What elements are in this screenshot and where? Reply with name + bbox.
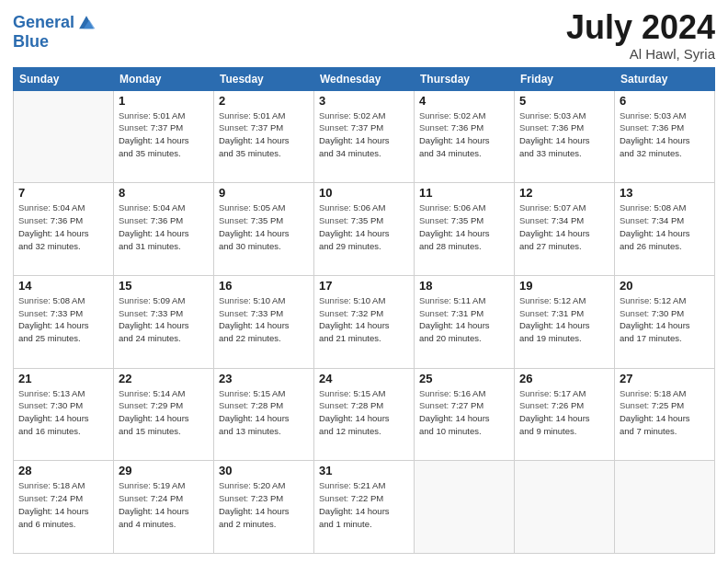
calendar-cell: 24Sunrise: 5:15 AMSunset: 7:28 PMDayligh… xyxy=(314,368,415,461)
day-number: 22 xyxy=(119,372,209,385)
calendar-cell: 3Sunrise: 5:02 AMSunset: 7:37 PMDaylight… xyxy=(314,90,415,183)
day-number: 18 xyxy=(419,279,509,293)
logo-text: General xyxy=(13,14,74,32)
day-number: 24 xyxy=(319,372,409,385)
day-number: 25 xyxy=(419,372,509,385)
location: Al Hawl, Syria xyxy=(566,46,715,62)
day-info: Sunrise: 5:03 AMSunset: 7:36 PMDaylight:… xyxy=(519,109,609,160)
calendar-cell: 26Sunrise: 5:17 AMSunset: 7:26 PMDayligh… xyxy=(515,368,615,461)
day-info: Sunrise: 5:08 AMSunset: 7:34 PMDaylight:… xyxy=(620,201,710,252)
day-number: 7 xyxy=(18,186,108,200)
day-number: 20 xyxy=(620,279,710,293)
logo: General Blue xyxy=(13,13,97,52)
day-number: 31 xyxy=(319,464,409,477)
calendar-cell: 11Sunrise: 5:06 AMSunset: 7:35 PMDayligh… xyxy=(415,183,515,276)
col-header-wednesday: Wednesday xyxy=(314,67,415,90)
calendar-cell: 4Sunrise: 5:02 AMSunset: 7:36 PMDaylight… xyxy=(415,90,515,183)
day-info: Sunrise: 5:03 AMSunset: 7:36 PMDaylight:… xyxy=(620,109,710,160)
calendar-page: General Blue July 2024 Al Hawl, Syria Su… xyxy=(0,0,728,563)
calendar-cell: 23Sunrise: 5:15 AMSunset: 7:28 PMDayligh… xyxy=(214,368,314,461)
calendar-cell xyxy=(515,461,615,554)
day-info: Sunrise: 5:20 AMSunset: 7:23 PMDaylight:… xyxy=(219,479,309,530)
header: General Blue July 2024 Al Hawl, Syria xyxy=(13,9,715,62)
day-number: 3 xyxy=(319,94,409,108)
calendar-cell: 9Sunrise: 5:05 AMSunset: 7:35 PMDaylight… xyxy=(214,183,314,276)
day-info: Sunrise: 5:17 AMSunset: 7:26 PMDaylight:… xyxy=(519,387,609,438)
calendar-cell: 28Sunrise: 5:18 AMSunset: 7:24 PMDayligh… xyxy=(14,461,114,554)
calendar-week-4: 21Sunrise: 5:13 AMSunset: 7:30 PMDayligh… xyxy=(14,368,715,461)
logo-blue: Blue xyxy=(13,33,97,52)
day-number: 26 xyxy=(519,372,609,385)
calendar-cell: 31Sunrise: 5:21 AMSunset: 7:22 PMDayligh… xyxy=(314,461,415,554)
calendar-cell: 2Sunrise: 5:01 AMSunset: 7:37 PMDaylight… xyxy=(214,90,314,183)
day-number: 30 xyxy=(219,464,309,477)
day-info: Sunrise: 5:04 AMSunset: 7:36 PMDaylight:… xyxy=(119,201,209,252)
calendar-cell: 12Sunrise: 5:07 AMSunset: 7:34 PMDayligh… xyxy=(515,183,615,276)
col-header-friday: Friday xyxy=(515,67,615,90)
calendar-cell xyxy=(415,461,515,554)
calendar-cell: 18Sunrise: 5:11 AMSunset: 7:31 PMDayligh… xyxy=(415,275,515,368)
col-header-thursday: Thursday xyxy=(415,67,515,90)
day-info: Sunrise: 5:21 AMSunset: 7:22 PMDaylight:… xyxy=(319,479,409,530)
day-number: 17 xyxy=(319,279,409,293)
calendar-week-3: 14Sunrise: 5:08 AMSunset: 7:33 PMDayligh… xyxy=(14,275,715,368)
calendar-cell: 1Sunrise: 5:01 AMSunset: 7:37 PMDaylight… xyxy=(114,90,214,183)
day-number: 6 xyxy=(620,94,710,108)
day-number: 27 xyxy=(620,372,710,385)
day-number: 19 xyxy=(519,279,609,293)
day-info: Sunrise: 5:08 AMSunset: 7:33 PMDaylight:… xyxy=(18,294,108,345)
day-info: Sunrise: 5:13 AMSunset: 7:30 PMDaylight:… xyxy=(18,387,108,438)
calendar-cell: 8Sunrise: 5:04 AMSunset: 7:36 PMDaylight… xyxy=(114,183,214,276)
day-number: 12 xyxy=(519,186,609,200)
day-info: Sunrise: 5:18 AMSunset: 7:25 PMDaylight:… xyxy=(620,387,710,438)
calendar-cell: 20Sunrise: 5:12 AMSunset: 7:30 PMDayligh… xyxy=(615,275,715,368)
day-number: 1 xyxy=(119,94,209,108)
month-year: July 2024 xyxy=(566,9,715,46)
day-info: Sunrise: 5:06 AMSunset: 7:35 PMDaylight:… xyxy=(419,201,509,252)
day-number: 13 xyxy=(620,186,710,200)
day-number: 16 xyxy=(219,279,309,293)
day-info: Sunrise: 5:15 AMSunset: 7:28 PMDaylight:… xyxy=(319,387,409,438)
day-info: Sunrise: 5:11 AMSunset: 7:31 PMDaylight:… xyxy=(419,294,509,345)
day-info: Sunrise: 5:12 AMSunset: 7:31 PMDaylight:… xyxy=(519,294,609,345)
day-info: Sunrise: 5:02 AMSunset: 7:36 PMDaylight:… xyxy=(419,109,509,160)
calendar-cell: 25Sunrise: 5:16 AMSunset: 7:27 PMDayligh… xyxy=(415,368,515,461)
day-info: Sunrise: 5:16 AMSunset: 7:27 PMDaylight:… xyxy=(419,387,509,438)
col-header-monday: Monday xyxy=(114,67,214,90)
day-number: 21 xyxy=(18,372,108,385)
day-number: 2 xyxy=(219,94,309,108)
calendar-cell: 29Sunrise: 5:19 AMSunset: 7:24 PMDayligh… xyxy=(114,461,214,554)
day-number: 14 xyxy=(18,279,108,293)
logo-icon xyxy=(76,13,97,33)
calendar-week-2: 7Sunrise: 5:04 AMSunset: 7:36 PMDaylight… xyxy=(14,183,715,276)
calendar-cell: 19Sunrise: 5:12 AMSunset: 7:31 PMDayligh… xyxy=(515,275,615,368)
day-number: 29 xyxy=(119,464,209,477)
day-info: Sunrise: 5:18 AMSunset: 7:24 PMDaylight:… xyxy=(18,479,108,530)
calendar-cell xyxy=(615,461,715,554)
day-number: 4 xyxy=(419,94,509,108)
calendar-header-row: SundayMondayTuesdayWednesdayThursdayFrid… xyxy=(14,67,715,90)
calendar-week-1: 1Sunrise: 5:01 AMSunset: 7:37 PMDaylight… xyxy=(14,90,715,183)
calendar-table: SundayMondayTuesdayWednesdayThursdayFrid… xyxy=(13,67,715,554)
day-number: 11 xyxy=(419,186,509,200)
calendar-cell: 5Sunrise: 5:03 AMSunset: 7:36 PMDaylight… xyxy=(515,90,615,183)
calendar-cell xyxy=(14,90,114,183)
calendar-cell: 17Sunrise: 5:10 AMSunset: 7:32 PMDayligh… xyxy=(314,275,415,368)
calendar-cell: 14Sunrise: 5:08 AMSunset: 7:33 PMDayligh… xyxy=(14,275,114,368)
day-info: Sunrise: 5:10 AMSunset: 7:32 PMDaylight:… xyxy=(319,294,409,345)
day-info: Sunrise: 5:14 AMSunset: 7:29 PMDaylight:… xyxy=(119,387,209,438)
day-number: 9 xyxy=(219,186,309,200)
day-info: Sunrise: 5:10 AMSunset: 7:33 PMDaylight:… xyxy=(219,294,309,345)
day-number: 28 xyxy=(18,464,108,477)
calendar-cell: 16Sunrise: 5:10 AMSunset: 7:33 PMDayligh… xyxy=(214,275,314,368)
day-number: 8 xyxy=(119,186,209,200)
col-header-tuesday: Tuesday xyxy=(214,67,314,90)
calendar-cell: 13Sunrise: 5:08 AMSunset: 7:34 PMDayligh… xyxy=(615,183,715,276)
day-info: Sunrise: 5:07 AMSunset: 7:34 PMDaylight:… xyxy=(519,201,609,252)
calendar-cell: 7Sunrise: 5:04 AMSunset: 7:36 PMDaylight… xyxy=(14,183,114,276)
day-number: 10 xyxy=(319,186,409,200)
day-info: Sunrise: 5:15 AMSunset: 7:28 PMDaylight:… xyxy=(219,387,309,438)
calendar-cell: 10Sunrise: 5:06 AMSunset: 7:35 PMDayligh… xyxy=(314,183,415,276)
calendar-cell: 22Sunrise: 5:14 AMSunset: 7:29 PMDayligh… xyxy=(114,368,214,461)
col-header-saturday: Saturday xyxy=(615,67,715,90)
